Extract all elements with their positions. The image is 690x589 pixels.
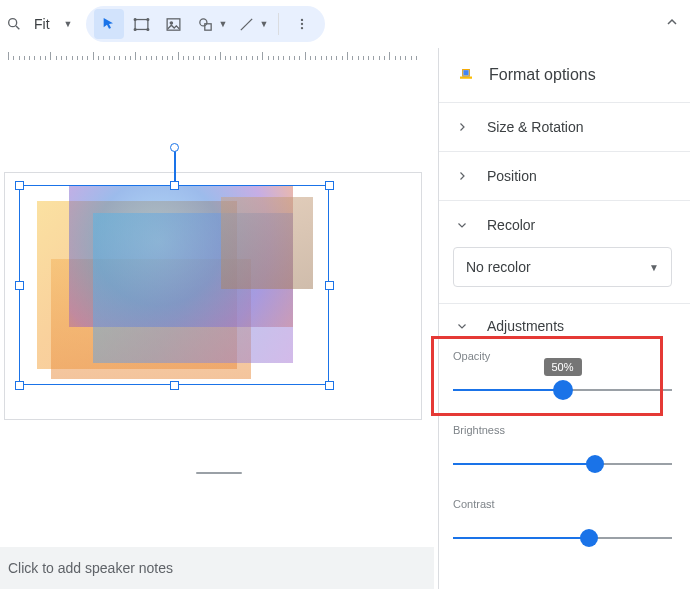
sel-handle-w[interactable] [15,281,24,290]
textbox-tool[interactable] [126,9,156,39]
format-panel: Format options Size & Rotation Position [438,48,690,589]
panel-header: Format options [439,48,690,103]
recolor-select[interactable]: No recolor ▼ [453,247,672,287]
sel-handle-nw[interactable] [15,181,24,190]
svg-point-9 [200,18,207,25]
slider-thumb[interactable] [586,455,604,473]
slider-fill [453,389,563,391]
divider [278,13,279,35]
ruler-ticks [8,48,426,64]
caret-down-icon: ▼ [64,19,73,29]
section-position[interactable]: Position [439,152,690,201]
opacity-value-pill: 50% [543,358,581,376]
chevron-right-icon [453,121,471,133]
canvas[interactable] [0,64,438,547]
speaker-notes-placeholder: Click to add speaker notes [8,560,173,576]
chevron-down-icon [453,219,471,231]
svg-rect-2 [135,19,148,29]
svg-point-14 [301,27,303,29]
select-tool[interactable] [94,9,124,39]
opacity-slider[interactable]: 50% [453,384,672,396]
image-tool[interactable] [158,9,188,39]
chevron-right-icon [453,170,471,182]
slider-fill [453,463,595,465]
line-caret-icon[interactable]: ▼ [259,19,268,29]
svg-point-4 [147,18,149,20]
section-label: Size & Rotation [487,119,584,135]
canvas-column: Click to add speaker notes [0,48,438,589]
brightness-label: Brightness [453,424,672,436]
svg-point-12 [301,19,303,21]
shape-tool[interactable] [190,9,220,39]
collapse-toolbar-icon[interactable] [664,14,680,30]
caret-down-icon: ▼ [649,262,659,273]
chevron-down-icon [453,320,471,332]
section-adjustments-toggle[interactable]: Adjustments [453,318,672,334]
sel-handle-ne[interactable] [325,181,334,190]
svg-point-13 [301,23,303,25]
svg-point-5 [134,28,136,30]
sel-handle-e[interactable] [325,281,334,290]
slider-thumb[interactable] [580,529,598,547]
opacity-group: Opacity 50% [453,350,672,396]
zoom-value: Fit [34,16,50,32]
more-tools[interactable] [287,9,317,39]
section-label: Adjustments [487,318,564,334]
rotation-handle[interactable] [170,143,179,152]
ruler [0,48,430,64]
toolbar: Fit ▼ ▼ ▼ [0,0,690,48]
main: Click to add speaker notes Format option… [0,48,690,589]
svg-point-6 [147,28,149,30]
format-icon [457,66,475,84]
svg-line-11 [241,18,252,29]
section-label: Position [487,168,537,184]
sel-handle-sw[interactable] [15,381,24,390]
section-size-rotation[interactable]: Size & Rotation [439,103,690,152]
contrast-slider[interactable] [453,532,672,544]
section-recolor: Recolor No recolor ▼ [439,201,690,304]
panel-title: Format options [489,66,596,84]
slider-fill [453,537,589,539]
zoom-group: Fit ▼ [2,7,80,41]
tool-pill: ▼ ▼ [86,6,325,42]
slide[interactable] [4,172,422,420]
selection-box[interactable] [19,185,329,385]
sel-handle-s[interactable] [170,381,179,390]
brightness-slider[interactable] [453,458,672,470]
svg-point-8 [170,21,172,23]
section-adjustments: Adjustments Opacity 50% Brightness Contr… [439,304,690,572]
svg-rect-7 [167,18,180,29]
section-recolor-toggle[interactable]: Recolor [453,217,672,233]
speaker-notes[interactable]: Click to add speaker notes [0,547,434,589]
slider-thumb[interactable] [553,380,573,400]
svg-point-0 [9,19,17,27]
svg-line-1 [16,26,19,29]
recolor-value: No recolor [466,259,531,275]
section-label: Recolor [487,217,535,233]
sel-handle-se[interactable] [325,381,334,390]
zoom-select[interactable]: Fit ▼ [26,10,80,38]
sel-handle-n[interactable] [170,181,179,190]
drag-notes-handle[interactable] [196,472,242,474]
svg-rect-17 [463,70,468,75]
shape-caret-icon[interactable]: ▼ [218,19,227,29]
line-tool[interactable] [231,9,261,39]
zoom-tool-icon[interactable] [2,10,26,38]
rotation-line [174,149,176,185]
svg-point-3 [134,18,136,20]
contrast-label: Contrast [453,498,672,510]
